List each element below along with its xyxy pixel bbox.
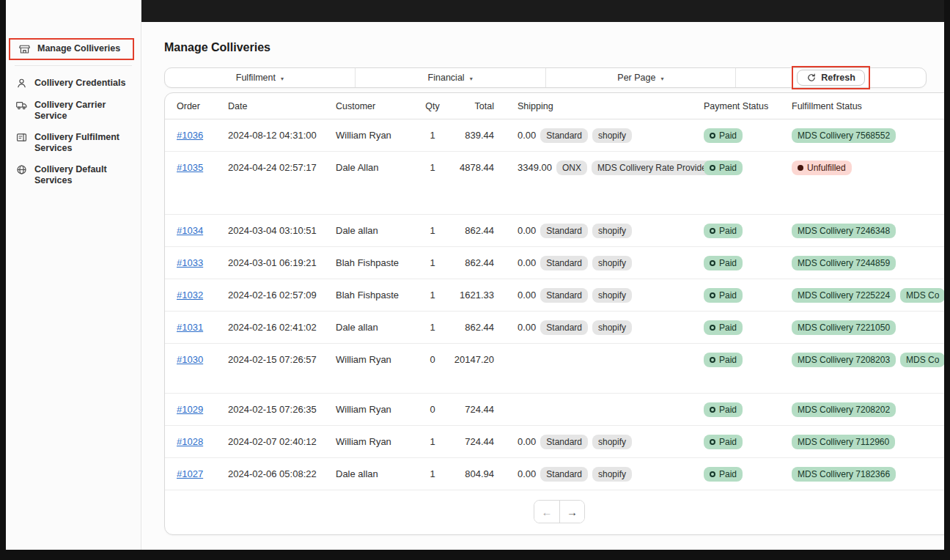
order-date: 2024-02-15 07:26:35 <box>228 402 336 417</box>
order-link[interactable]: #1034 <box>177 225 203 236</box>
fulfillment-status-cell: MDS Collivery 7208203MDS Co <box>786 353 944 367</box>
shipping-badge: shopify <box>592 224 632 238</box>
order-date: 2024-08-12 04:31:00 <box>228 128 336 143</box>
shipping-amount: 3349.00 <box>518 161 552 175</box>
arrow-right-icon: → <box>567 506 578 518</box>
payment-status-badge: Paid <box>704 402 743 417</box>
fulfillment-status-badge: Unfulfilled <box>792 161 852 175</box>
shipping-badge: shopify <box>592 467 632 482</box>
pagination-prev-button[interactable]: ← <box>534 501 559 523</box>
refresh-icon <box>806 73 817 83</box>
order-total: 724.44 <box>447 435 498 449</box>
order-cell: #1032 <box>177 288 228 303</box>
fulfillment-status-cell: MDS Collivery 7221050 <box>786 320 944 335</box>
payment-status-badge: Paid <box>704 320 743 335</box>
refresh-label: Refresh <box>821 72 855 84</box>
order-link[interactable]: #1027 <box>177 468 203 479</box>
app-window: Manage Colliveries Collivery Credentials… <box>6 0 944 550</box>
table-row: #1036 2024-08-12 04:31:00 William Ryan 1… <box>165 119 944 152</box>
payment-status-cell: Paid <box>704 353 786 367</box>
annotation-box-refresh: Refresh <box>792 66 870 89</box>
order-cell: #1031 <box>177 320 228 335</box>
sidebar-item-collivery-credentials[interactable]: Collivery Credentials <box>6 73 141 95</box>
customer-name: Blah Fishpaste <box>336 288 418 303</box>
sidebar-item-label: Manage Colliveries <box>37 43 120 54</box>
order-qty: 1 <box>418 224 447 238</box>
order-link[interactable]: #1028 <box>177 436 203 447</box>
payment-status-badge: Paid <box>704 467 743 482</box>
fulfilment-filter-dropdown[interactable]: Fulfilment ▾ <box>165 68 356 87</box>
order-cell: #1027 <box>177 467 228 482</box>
payment-status-cell: Paid <box>704 161 786 175</box>
pagination-controls: ← → <box>534 500 585 523</box>
order-cell: #1035 <box>177 161 228 175</box>
sidebar-item-label: Collivery Credentials <box>34 78 125 89</box>
sidebar-item-collivery-carrier-service[interactable]: Collivery Carrier Service <box>6 95 141 127</box>
pagination-next-button[interactable]: → <box>559 501 584 523</box>
shipping-cell: 0.00 Standardshopify <box>498 288 704 303</box>
shipping-badge: shopify <box>592 288 632 303</box>
filter-toolbar: Fulfilment ▾ Financial ▾ Per Page ▾ <box>164 67 927 88</box>
sidebar-item-collivery-default-services[interactable]: Collivery Default Services <box>6 159 141 191</box>
fulfillment-status-badge: MDS Collivery 7208203 <box>792 353 896 367</box>
shipping-amount: 0.00 <box>518 435 536 449</box>
order-total: 862.44 <box>447 256 498 270</box>
order-link[interactable]: #1033 <box>177 257 203 268</box>
order-total: 4878.44 <box>447 161 498 175</box>
order-qty: 1 <box>418 128 447 143</box>
shipping-amount: 0.00 <box>518 320 536 335</box>
order-link[interactable]: #1029 <box>177 404 203 415</box>
payment-status-cell: Paid <box>704 435 786 449</box>
payment-status-badge: Paid <box>704 435 743 449</box>
order-total: 839.44 <box>447 128 498 143</box>
shipping-badge: shopify <box>592 435 632 449</box>
chevron-down-icon: ▾ <box>660 75 663 81</box>
order-qty: 1 <box>418 320 447 335</box>
fulfillment-status-cell: MDS Collivery 7182366 <box>786 467 944 482</box>
refresh-button[interactable]: Refresh <box>797 70 865 86</box>
sidebar-item-label: Collivery Carrier Service <box>34 100 135 122</box>
unfulfilled-dot-icon <box>798 165 803 171</box>
shipping-cell: 0.00 Standardshopify <box>498 256 704 270</box>
sidebar: Manage Colliveries Collivery Credentials… <box>6 0 141 550</box>
paid-status-icon <box>710 325 715 331</box>
customer-name: Dale Allan <box>336 161 418 175</box>
order-link[interactable]: #1031 <box>177 322 203 333</box>
table-row: #1030 2024-02-15 07:26:57 William Ryan 0… <box>165 344 944 394</box>
truck-icon <box>15 99 28 111</box>
order-qty: 0 <box>418 402 447 417</box>
fulfillment-status-cell: MDS Collivery 7246348 <box>786 224 944 238</box>
shipping-badge: Standard <box>540 435 588 449</box>
payment-status-cell: Paid <box>704 256 786 270</box>
fulfillment-card-icon <box>15 131 28 144</box>
fulfillment-status-badge: MDS Collivery 7568552 <box>792 128 896 143</box>
column-header-shipping: Shipping <box>498 99 704 114</box>
payment-status-badge: Paid <box>704 256 743 270</box>
table-rows: #1036 2024-08-12 04:31:00 William Ryan 1… <box>165 119 944 490</box>
payment-status-cell: Paid <box>704 288 786 303</box>
sidebar-item-manage-colliveries[interactable]: Manage Colliveries <box>10 40 133 59</box>
paid-status-icon <box>710 357 715 363</box>
order-link[interactable]: #1030 <box>177 354 203 365</box>
customer-name: William Ryan <box>336 128 418 143</box>
pagination: ← → <box>165 490 944 534</box>
financial-filter-dropdown[interactable]: Financial ▾ <box>356 68 546 87</box>
customer-name: William Ryan <box>336 353 418 367</box>
screenshot-root: { "colors": { "annotation_red": "#e23e2b… <box>0 0 950 560</box>
order-qty: 0 <box>418 353 447 367</box>
sidebar-item-collivery-fulfilment-services[interactable]: Collivery Fulfilment Services <box>6 127 141 159</box>
paid-status-icon <box>710 439 715 445</box>
order-link[interactable]: #1036 <box>177 130 203 141</box>
orders-table-card: Order Date Customer Qty Total Shipping P… <box>164 92 944 535</box>
order-cell: #1034 <box>177 224 228 238</box>
order-link[interactable]: #1035 <box>177 162 203 173</box>
shipping-badge: Standard <box>540 467 588 482</box>
order-link[interactable]: #1032 <box>177 290 203 301</box>
order-date: 2024-02-16 02:57:09 <box>228 288 336 303</box>
admin-top-bar <box>141 0 944 22</box>
per-page-dropdown[interactable]: Per Page ▾ <box>546 68 737 87</box>
sidebar-divider <box>15 65 132 66</box>
shipping-badge: Standard <box>540 320 588 335</box>
shipping-badge: Standard <box>540 288 588 303</box>
order-date: 2024-02-06 05:08:22 <box>228 467 336 482</box>
